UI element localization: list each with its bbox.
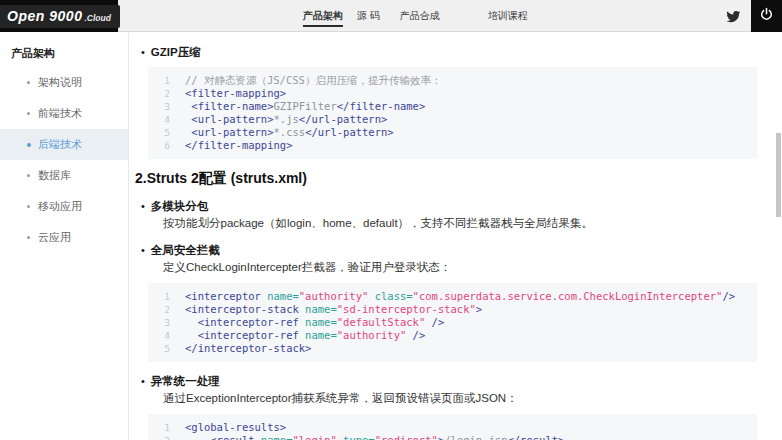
bullet-title: 全局安全拦截 (151, 243, 220, 257)
logo-text: Open 9000 (7, 8, 82, 24)
code-text: <url-pattern>*.js</url-pattern> (185, 113, 387, 126)
bullet-dot-icon (27, 174, 30, 177)
bullet-dot-icon (27, 205, 30, 208)
code-line: 4 <url-pattern>*.js</url-pattern> (148, 113, 757, 126)
line-number: 2 (148, 303, 170, 316)
logo-wrap: Open 9000 .Cloud (0, 5, 120, 28)
bullet-description: 按功能划分package（如login、home、default），支持不同拦截… (163, 216, 762, 231)
nav-item-product-composition[interactable]: 产品合成 (400, 5, 440, 27)
sidebar-item-mobile-app[interactable]: 移动应用 (0, 191, 128, 222)
code-text: <interceptor-ref name="authority" /> (185, 329, 425, 342)
code-line: 2<interceptor-stack name="sd-interceptor… (148, 303, 757, 316)
bullet-item: •全局安全拦截 (141, 243, 782, 257)
line-number: 1 (148, 290, 170, 303)
line-number: 1 (148, 74, 170, 87)
bullet-dot-icon: • (141, 200, 145, 212)
code-line: 3 <interceptor-ref name="defaultStack" /… (148, 316, 757, 329)
main-nav: 产品架构源 码产品合成培训课程 (303, 0, 528, 32)
sidebar-item-label: 云应用 (38, 230, 71, 245)
sidebar-item-frontend-tech[interactable]: 前端技术 (0, 98, 128, 129)
code-text: <interceptor-stack name="sd-interceptor-… (185, 303, 482, 316)
top-header: Open 9000 .Cloud 产品架构源 码产品合成培训课程 (0, 0, 782, 32)
line-number: 5 (148, 126, 170, 139)
sidebar-list: 架构说明前端技术后端技术数据库移动应用云应用 (0, 67, 128, 253)
sidebar-item-label: 后端技术 (38, 137, 82, 152)
section-heading: 2.Struts 2配置 (struts.xml) (135, 169, 782, 187)
bullet-dot-icon: • (141, 375, 145, 387)
code-line: 6</filter-mapping> (148, 139, 757, 152)
bullet-dot-icon (27, 81, 30, 84)
power-icon (759, 7, 774, 26)
bullet-dot-icon (27, 143, 31, 147)
bullet-title: 异常统一处理 (151, 374, 220, 388)
sidebar-item-label: 数据库 (38, 168, 71, 183)
bullet-dot-icon (27, 236, 30, 239)
bullet-description: 通过ExceptionInterceptor捕获系统异常，返回预设错误页面或JS… (163, 391, 762, 406)
bullet-title: GZIP压缩 (151, 45, 201, 59)
sidebar-item-arch-overview[interactable]: 架构说明 (0, 67, 128, 98)
bullet-dot-icon: • (141, 46, 145, 58)
line-number: 4 (148, 329, 170, 342)
code-line: 1// 对静态资源（JS/CSS）启用压缩，提升传输效率： (148, 74, 757, 87)
nav-item-product-architecture[interactable]: 产品架构 (303, 5, 343, 27)
code-line: 5 <url-pattern>*.css</url-pattern> (148, 126, 757, 139)
sidebar: 产品架构 架构说明前端技术后端技术数据库移动应用云应用 (0, 33, 129, 440)
sidebar-item-cloud-app[interactable]: 云应用 (0, 222, 128, 253)
code-block: 1// 对静态资源（JS/CSS）启用压缩，提升传输效率：2<filter-ma… (148, 67, 757, 159)
code-block: 1<interceptor name="authority" class="co… (148, 283, 757, 362)
code-line: 5</interceptor-stack> (148, 342, 757, 355)
nav-item-training-course[interactable]: 培训课程 (488, 5, 528, 27)
app-logo[interactable]: Open 9000 .Cloud (0, 0, 118, 32)
bullet-item: •GZIP压缩 (141, 45, 782, 59)
line-number: 3 (148, 100, 170, 113)
code-text: <result name="login" type="redirect">/lo… (185, 434, 564, 440)
code-text: <filter-name>GZIPFilter</filter-name> (185, 100, 425, 113)
code-line: 1<global-results> (148, 421, 757, 434)
code-text: <filter-mapping> (185, 87, 286, 100)
line-number: 2 (148, 87, 170, 100)
line-number: 5 (148, 342, 170, 355)
sidebar-item-label: 移动应用 (38, 199, 82, 214)
code-text: <url-pattern>*.css</url-pattern> (185, 126, 394, 139)
sidebar-item-label: 架构说明 (38, 75, 82, 90)
code-line: 2 <result name="login" type="redirect">/… (148, 434, 757, 440)
line-number: 1 (148, 421, 170, 434)
line-number: 2 (148, 434, 170, 440)
bullet-dot-icon: • (141, 244, 145, 256)
sidebar-item-label: 前端技术 (38, 106, 82, 121)
bullet-item: •异常统一处理 (141, 374, 782, 388)
sidebar-title: 产品架构 (0, 33, 128, 61)
bird-icon[interactable] (726, 9, 741, 24)
code-text: <global-results> (185, 421, 286, 434)
sidebar-item-backend-tech[interactable]: 后端技术 (0, 129, 128, 160)
sidebar-item-database[interactable]: 数据库 (0, 160, 128, 191)
line-number: 3 (148, 316, 170, 329)
logo-suffix: .Cloud (84, 13, 110, 23)
code-text: </filter-mapping> (185, 139, 292, 152)
code-line: 1<interceptor name="authority" class="co… (148, 290, 757, 303)
bullet-description: 定义CheckLoginIntercepter拦截器，验证用户登录状态： (163, 260, 762, 275)
code-text: <interceptor name="authority" class="com… (185, 290, 735, 303)
power-button[interactable] (751, 0, 782, 32)
code-line: 4 <interceptor-ref name="authority" /> (148, 329, 757, 342)
nav-item-source-code[interactable]: 源 码 (357, 5, 380, 27)
code-text: </interceptor-stack> (185, 342, 311, 355)
scrollbar-thumb[interactable] (776, 133, 781, 217)
code-line: 2<filter-mapping> (148, 87, 757, 100)
code-block: 1<global-results>2 <result name="login" … (148, 414, 757, 440)
code-text: // 对静态资源（JS/CSS）启用压缩，提升传输效率： (185, 74, 441, 87)
code-line: 3 <filter-name>GZIPFilter</filter-name> (148, 100, 757, 113)
line-number: 6 (148, 139, 170, 152)
content: •GZIP压缩1// 对静态资源（JS/CSS）启用压缩，提升传输效率：2<fi… (130, 33, 782, 440)
line-number: 4 (148, 113, 170, 126)
bullet-dot-icon (27, 112, 30, 115)
bullet-item: •多模块分包 (141, 199, 782, 213)
code-text: <interceptor-ref name="defaultStack" /> (185, 316, 444, 329)
bullet-title: 多模块分包 (151, 199, 209, 213)
